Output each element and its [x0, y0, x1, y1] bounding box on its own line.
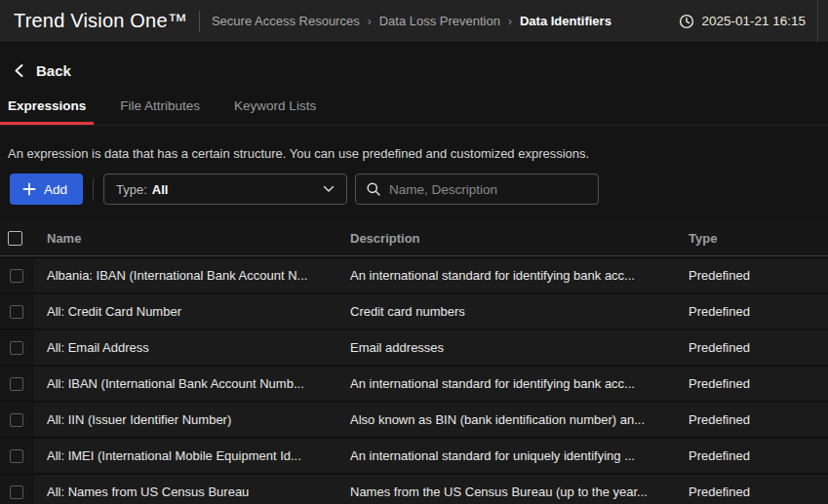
back-button-label: Back — [36, 62, 71, 79]
description-cell: An international standard for identifyin… — [337, 268, 676, 283]
column-header-description: Description — [337, 231, 676, 246]
description-cell: An international standard for identifyin… — [337, 376, 676, 391]
row-checkbox[interactable] — [10, 377, 23, 391]
search-box — [355, 174, 599, 205]
breadcrumb: Secure Access Resources › Data Loss Prev… — [212, 14, 611, 28]
breadcrumb-separator-icon: › — [368, 15, 372, 28]
description-cell: Also known as BIN (bank identification n… — [337, 412, 676, 427]
toolbar: Add Type: All — [10, 174, 828, 205]
table-header-row: Name Description Type — [0, 221, 828, 256]
table-body: Albania: IBAN (International Bank Accoun… — [0, 258, 828, 504]
type-filter-value: All — [152, 182, 169, 197]
search-input[interactable] — [389, 182, 588, 197]
back-button[interactable]: Back — [13, 57, 71, 84]
type-cell: Predefined — [676, 485, 828, 499]
tab-keyword-lists[interactable]: Keyword Lists — [226, 91, 324, 125]
type-cell: Predefined — [676, 412, 828, 427]
select-all-checkbox[interactable] — [8, 231, 22, 246]
type-cell: Predefined — [676, 376, 828, 391]
name-cell: All: IMEI (International Mobile Equipmen… — [34, 448, 337, 463]
column-header-type: Type — [676, 231, 828, 246]
row-checkbox[interactable] — [10, 485, 23, 499]
type-filter-label: Type: — [116, 182, 147, 197]
toolbar-divider — [93, 178, 94, 200]
name-cell: Albania: IBAN (International Bank Accoun… — [34, 268, 337, 283]
breadcrumb-item-secure-access-resources[interactable]: Secure Access Resources — [212, 14, 360, 28]
plus-icon — [22, 182, 36, 196]
type-filter-dropdown[interactable]: Type: All — [103, 174, 347, 205]
table-row[interactable]: All: Credit Card Number Credit card numb… — [0, 294, 828, 330]
chevron-down-icon — [323, 185, 335, 193]
time-display[interactable]: 2025-01-21 16:15 — [679, 14, 806, 29]
name-cell: All: IIN (Issuer Identifier Number) — [34, 412, 337, 427]
expressions-table: Name Description Type Albania: IBAN (Int… — [0, 221, 828, 504]
topbar-end-divider — [817, 0, 818, 43]
breadcrumb-item-data-identifiers: Data Identifiers — [520, 14, 611, 28]
type-cell: Predefined — [676, 448, 828, 463]
type-cell: Predefined — [676, 304, 828, 319]
intro-text: An expression is data that has a certain… — [8, 146, 828, 161]
description-cell: Credit card numbers — [337, 304, 676, 319]
top-bar: Trend Vision One™ Secure Access Resource… — [0, 0, 828, 43]
name-cell: All: IBAN (International Bank Account Nu… — [34, 376, 337, 391]
row-checkbox[interactable] — [10, 305, 23, 319]
type-cell: Predefined — [676, 268, 828, 283]
description-cell: Names from the US Census Bureau (up to t… — [337, 485, 676, 499]
table-row[interactable]: All: Email Address Email addresses Prede… — [0, 330, 828, 367]
row-checkbox[interactable] — [10, 341, 23, 355]
breadcrumb-item-data-loss-prevention[interactable]: Data Loss Prevention — [379, 14, 500, 28]
type-cell: Predefined — [676, 340, 828, 355]
table-row[interactable]: All: IIN (Issuer Identifier Number) Also… — [0, 403, 828, 439]
breadcrumb-separator-icon: › — [508, 15, 512, 28]
tab-expressions[interactable]: Expressions — [0, 91, 94, 125]
table-row[interactable]: All: IBAN (International Bank Account Nu… — [0, 367, 828, 403]
description-cell: Email addresses — [337, 340, 676, 355]
topbar-divider — [199, 11, 200, 32]
tab-bar: Expressions File Attributes Keyword List… — [0, 91, 828, 126]
add-button[interactable]: Add — [10, 174, 83, 205]
timestamp: 2025-01-21 16:15 — [701, 14, 806, 28]
chevron-left-icon — [13, 63, 25, 78]
add-button-label: Add — [44, 182, 67, 197]
name-cell: All: Names from US Census Bureau — [34, 485, 337, 499]
name-cell: All: Credit Card Number — [34, 304, 337, 319]
row-checkbox[interactable] — [10, 413, 23, 427]
row-checkbox[interactable] — [10, 269, 23, 283]
clock-icon — [679, 14, 694, 29]
search-icon — [366, 181, 381, 197]
table-row[interactable]: All: Names from US Census Bureau Names f… — [0, 475, 828, 504]
app-window: Trend Vision One™ Secure Access Resource… — [0, 0, 828, 504]
row-checkbox[interactable] — [10, 449, 23, 463]
description-cell: An international standard for uniquely i… — [337, 448, 676, 463]
table-row[interactable]: Albania: IBAN (International Bank Accoun… — [0, 258, 828, 294]
tab-file-attributes[interactable]: File Attributes — [112, 91, 208, 125]
table-row[interactable]: All: IMEI (International Mobile Equipmen… — [0, 439, 828, 475]
product-logo: Trend Vision One™ — [14, 10, 187, 32]
name-cell: All: Email Address — [34, 340, 337, 355]
column-header-name: Name — [34, 231, 337, 246]
